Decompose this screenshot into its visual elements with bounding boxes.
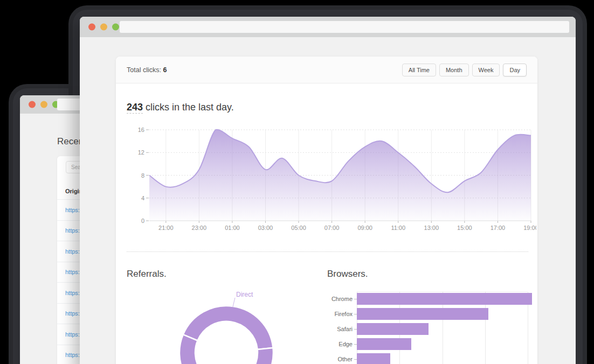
bar-label: Edge [327,341,353,347]
maximize-window-icon [112,24,119,31]
bar-row-other: Other [327,352,532,364]
donut-label-direct: Direct [236,291,253,298]
svg-text:05:00: 05:00 [291,225,306,231]
svg-text:07:00: 07:00 [324,225,340,231]
bar-track [357,321,532,337]
analytics-body: 243 clicks in the last day. 21:0023:0001… [116,83,537,364]
donut-chart-svg: Direct [167,289,291,364]
bar-row-safari: Safari [327,321,532,337]
bar-label: Firefox [327,311,353,317]
analytics-card: Total clicks: 6 All TimeMonthWeekDay 243… [116,57,537,364]
bar-track [357,352,532,364]
browser-chrome-bar [80,17,576,37]
svg-text:4: 4 [141,195,144,201]
svg-text:16: 16 [138,127,144,133]
svg-text:17:00: 17:00 [491,225,506,231]
bar-track [357,337,532,352]
bar-row-chrome: Chrome [327,291,532,306]
svg-text:13:00: 13:00 [424,225,439,231]
bar-label: Safari [327,326,353,332]
bar [357,293,532,305]
bar-row-edge: Edge [327,337,532,352]
bar-label: Other [327,356,353,362]
section-divider [127,251,528,252]
bar [357,353,390,364]
traffic-lights [88,24,119,31]
referrals-section-title: Referrals. [127,269,167,279]
referrals-donut-chart: Direct [167,289,291,364]
range-button-week[interactable]: Week [472,64,500,76]
browsers-bar-chart: ChromeFirefoxSafariEdgeOther [327,291,532,364]
clicks-area-chart: 21:0023:0001:0003:0005:0007:0009:0011:00… [127,125,536,233]
url-bar[interactable] [120,21,569,33]
clicks-count: 243 [127,102,143,114]
range-button-all-time[interactable]: All Time [402,64,436,76]
area-chart-svg: 21:0023:0001:0003:0005:0007:0009:0011:00… [127,125,536,233]
svg-text:0: 0 [141,218,144,224]
range-button-month[interactable]: Month [439,64,469,76]
close-window-icon [29,101,36,108]
bar-label: Chrome [327,296,353,302]
svg-text:23:00: 23:00 [192,225,207,231]
minimize-window-icon [40,101,47,108]
svg-text:19:00: 19:00 [523,225,536,231]
svg-text:01:00: 01:00 [225,225,240,231]
svg-text:12: 12 [138,149,144,156]
svg-text:11:00: 11:00 [391,225,405,231]
clicks-headline: 243 clicks in the last day. [127,102,234,113]
total-clicks-label: Total clicks: [127,66,161,74]
close-window-icon [88,24,95,31]
bar-row-firefox: Firefox [327,306,532,321]
range-button-day[interactable]: Day [503,64,527,76]
svg-text:15:00: 15:00 [457,225,472,231]
svg-text:03:00: 03:00 [258,225,273,231]
browsers-section-title: Browsers. [327,269,368,279]
bar [357,308,488,320]
bar-track [357,306,532,321]
traffic-lights [29,101,59,108]
time-range-buttons: All TimeMonthWeekDay [402,64,527,76]
clicks-headline-text: clicks in the last day. [143,102,234,113]
bar-track [357,291,532,306]
svg-text:8: 8 [141,172,144,179]
bar [357,338,411,350]
total-clicks-stat: Total clicks: 6 [127,66,167,74]
minimize-window-icon [100,24,107,31]
svg-text:21:00: 21:00 [158,225,174,231]
svg-text:09:00: 09:00 [357,225,372,231]
stats-header: Total clicks: 6 All TimeMonthWeekDay [116,57,537,83]
bar [357,323,429,335]
front-browser-window: Total clicks: 6 All TimeMonthWeekDay 243… [80,17,576,364]
total-clicks-value: 6 [163,66,167,74]
